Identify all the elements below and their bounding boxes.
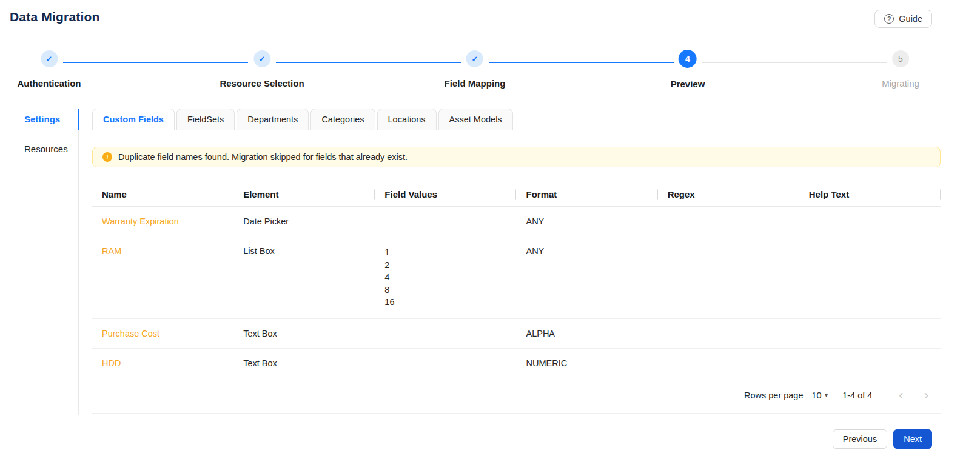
content-area: Settings Resources Custom Fields FieldSe… — [0, 109, 980, 415]
tab-fieldsets[interactable]: FieldSets — [176, 109, 235, 130]
table-row: Purchase Cost Text Box ALPHA — [92, 318, 941, 348]
field-name-link[interactable]: HDD — [102, 358, 121, 368]
step-check-icon[interactable]: ✓ — [253, 50, 270, 67]
step-connector — [702, 62, 887, 63]
format-cell: ANY — [516, 207, 657, 236]
next-button[interactable]: Next — [893, 429, 932, 449]
column-header-help-text: Help Text — [799, 183, 941, 207]
pagination-bar: Rows per page 10 ▾ 1-4 of 4 ‹ › — [92, 378, 941, 414]
field-value: 16 — [384, 296, 506, 309]
column-header-format: Format — [516, 183, 657, 207]
field-values-cell — [375, 318, 516, 348]
stepper-step-field-mapping: ✓ Field Mapping — [445, 50, 506, 89]
rows-per-page-value: 10 — [812, 391, 822, 400]
stepper-step-resource-selection: ✓ Resource Selection — [220, 50, 304, 89]
tab-categories[interactable]: Categories — [310, 109, 375, 130]
step-label: Migrating — [882, 78, 919, 89]
pagination-range: 1-4 of 4 — [842, 391, 872, 400]
chevron-left-icon[interactable]: ‹ — [896, 389, 905, 402]
guide-button[interactable]: ? Guide — [874, 10, 932, 28]
step-number-active[interactable]: 4 — [679, 50, 697, 68]
question-circle-icon: ? — [884, 14, 894, 24]
page-title: Data Migration — [10, 10, 100, 24]
field-values-cell: 1 2 4 8 16 — [375, 236, 516, 319]
step-check-icon[interactable]: ✓ — [466, 50, 483, 67]
regex-cell — [658, 318, 799, 348]
format-cell: NUMERIC — [516, 348, 657, 378]
tab-asset-models[interactable]: Asset Models — [438, 109, 513, 130]
field-values-cell — [375, 348, 516, 378]
step-connector — [489, 62, 674, 63]
step-check-icon[interactable]: ✓ — [41, 50, 58, 67]
tab-departments[interactable]: Departments — [237, 109, 309, 130]
column-header-regex: Regex — [658, 183, 799, 207]
table-row: RAM List Box 1 2 4 8 16 ANY — [92, 236, 941, 319]
step-number-pending: 5 — [892, 50, 909, 67]
column-header-name: Name — [92, 183, 233, 207]
table-row: HDD Text Box NUMERIC — [92, 348, 941, 378]
header-divider — [10, 38, 970, 38]
help-text-cell — [799, 348, 941, 378]
custom-fields-table: Name Element Field Values Format Regex H… — [92, 183, 941, 378]
check-icon: ✓ — [472, 55, 478, 64]
element-cell: Text Box — [233, 318, 375, 348]
help-text-cell — [799, 236, 941, 319]
rows-per-page-label: Rows per page — [744, 391, 804, 400]
step-label: Resource Selection — [220, 78, 304, 89]
stepper-step-authentication: ✓ Authentication — [18, 50, 81, 89]
tab-bar: Custom Fields FieldSets Departments Cate… — [92, 109, 941, 130]
tab-locations[interactable]: Locations — [377, 109, 437, 130]
main-panel: Custom Fields FieldSets Departments Cate… — [92, 109, 941, 415]
element-cell: List Box — [233, 236, 375, 319]
check-icon: ✓ — [259, 55, 266, 64]
check-icon: ✓ — [46, 55, 53, 64]
field-name-link[interactable]: RAM — [102, 246, 121, 256]
field-value: 8 — [384, 284, 506, 297]
element-cell: Date Picker — [233, 207, 375, 236]
table-row: Warranty Expiration Date Picker ANY — [92, 207, 941, 236]
guide-button-label: Guide — [899, 14, 922, 24]
sidebar: Settings Resources — [0, 109, 79, 415]
warning-icon: ! — [102, 152, 112, 162]
field-value: 2 — [384, 259, 506, 272]
sidebar-item-resources[interactable]: Resources — [0, 138, 78, 159]
field-name-link[interactable]: Warranty Expiration — [102, 216, 179, 226]
step-label: Field Mapping — [445, 78, 506, 89]
column-header-element: Element — [233, 183, 375, 207]
tab-custom-fields[interactable]: Custom Fields — [92, 109, 175, 130]
stepper-step-preview: 4 Preview — [671, 50, 705, 89]
regex-cell — [658, 348, 799, 378]
caret-down-icon: ▾ — [825, 391, 828, 399]
footer-actions: Previous Next — [0, 415, 980, 449]
stepper: ✓ Authentication ✓ Resource Selection ✓ … — [0, 45, 980, 95]
chevron-right-icon[interactable]: › — [922, 389, 931, 402]
step-label: Authentication — [18, 78, 81, 89]
top-bar: Data Migration ? Guide — [0, 0, 980, 28]
sidebar-item-settings[interactable]: Settings — [0, 109, 79, 130]
regex-cell — [658, 207, 799, 236]
rows-per-page-select[interactable]: 10 ▾ — [812, 391, 828, 400]
field-value: 4 — [384, 271, 506, 284]
warning-message: Duplicate field names found. Migration s… — [118, 152, 408, 162]
help-text-cell — [799, 318, 941, 348]
regex-cell — [658, 236, 799, 319]
format-cell: ANY — [516, 236, 657, 319]
stepper-step-migrating: 5 Migrating — [882, 50, 919, 89]
warning-banner: ! Duplicate field names found. Migration… — [92, 147, 941, 167]
field-name-link[interactable]: Purchase Cost — [102, 329, 159, 338]
step-label: Preview — [671, 79, 705, 89]
element-cell: Text Box — [233, 348, 375, 378]
column-header-field-values: Field Values — [375, 183, 516, 207]
previous-button[interactable]: Previous — [833, 429, 887, 449]
table-header-row: Name Element Field Values Format Regex H… — [92, 183, 941, 207]
format-cell: ALPHA — [516, 318, 657, 348]
help-text-cell — [799, 207, 941, 236]
field-value: 1 — [384, 246, 506, 259]
field-values-cell — [375, 207, 516, 236]
